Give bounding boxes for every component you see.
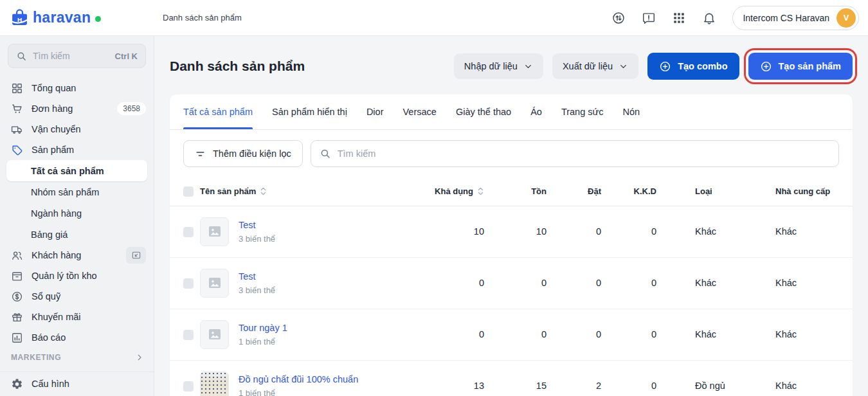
cell-committed: 0 <box>547 257 601 309</box>
tab-ao[interactable]: Áo <box>530 94 542 129</box>
tab-versace[interactable]: Versace <box>402 94 436 129</box>
cell-committed: 0 <box>547 309 601 360</box>
tab-label: Versace <box>402 107 436 117</box>
sidebar-section-marketing[interactable]: MARKETING <box>0 348 154 367</box>
promotion-icon <box>11 311 23 323</box>
export-data-button[interactable]: Xuất dữ liệu <box>552 53 638 79</box>
sidebar-item-settings[interactable]: Cấu hình <box>0 376 154 396</box>
select-all-checkbox[interactable] <box>183 186 194 197</box>
sidebar-item-label: Khách hàng <box>32 250 81 260</box>
status-dot <box>95 16 101 22</box>
popout-button[interactable] <box>126 247 146 264</box>
customers-icon <box>11 249 23 262</box>
logo-text: haravan <box>33 9 91 26</box>
sidebar-item-overview[interactable]: Tổng quan <box>0 78 154 98</box>
sort-icon <box>477 186 484 196</box>
sidebar-item-cash-book[interactable]: Sổ quỹ <box>0 286 154 307</box>
topbar-sync-button[interactable] <box>611 11 626 25</box>
tab-dior[interactable]: Dior <box>366 94 384 129</box>
table-header-row: Tên sản phẩmKhả dụngTồnĐặtK.K.DLoạiNhà c… <box>170 177 853 206</box>
cell-vendor: Khác <box>737 309 853 360</box>
create-product-label: Tạo sản phẩm <box>779 61 842 71</box>
product-link[interactable]: Tour ngày 1 <box>239 323 287 333</box>
popout-icon <box>131 250 141 260</box>
product-variants: 1 biến thể <box>239 337 287 346</box>
sidebar-item-label: Đơn hàng <box>32 104 73 114</box>
product-info: Tour ngày 11 biến thể <box>200 320 413 349</box>
sidebar-item-promotions[interactable]: Khuyến mãi <box>0 307 154 327</box>
sidebar-subitem-price-list[interactable]: Bảng giá <box>6 224 147 245</box>
sidebar-divider <box>0 372 154 372</box>
sidebar-item-customers[interactable]: Khách hàng <box>0 245 154 266</box>
product-text: Tour ngày 11 biến thể <box>239 323 287 346</box>
add-filter-button[interactable]: Thêm điều kiện lọc <box>183 140 303 167</box>
cell-available: 0 <box>413 257 484 309</box>
sidebar-item-shipping[interactable]: Vận chuyển <box>0 119 154 140</box>
product-cell: Tour ngày 11 biến thể <box>200 309 413 360</box>
sidebar-item-label: Sổ quỹ <box>32 291 60 302</box>
cell-type: Khác <box>656 257 737 309</box>
column-header-wrap[interactable]: Tên sản phẩm <box>200 186 267 196</box>
column-header-label: Nhà cung cấp <box>775 186 830 196</box>
product-info: Đồ ngủ chất đũi 100% chuẩn1 biến thể <box>200 372 413 396</box>
product-search[interactable] <box>311 140 839 167</box>
sidebar-item-orders[interactable]: Đơn hàng3658 <box>0 98 154 119</box>
topbar-apps-button[interactable] <box>672 11 686 25</box>
cash-icon <box>11 291 23 303</box>
tab-san-pham-hien-thi[interactable]: Sản phẩm hiển thị <box>272 94 347 129</box>
account-menu[interactable]: Intercom CS Haravan V <box>732 6 859 30</box>
cell-on-hand: 0 <box>484 257 547 309</box>
row-checkbox[interactable] <box>183 330 194 340</box>
export-data-label: Xuất dữ liệu <box>563 61 613 71</box>
row-checkbox-cell <box>170 360 200 396</box>
column-header-label: K.K.D <box>634 186 656 196</box>
product-table: Tên sản phẩmKhả dụngTồnĐặtK.K.DLoạiNhà c… <box>170 177 853 396</box>
cell-type: Đồ ngủ <box>656 360 737 396</box>
image-placeholder-icon <box>207 327 222 342</box>
import-data-button[interactable]: Nhập dữ liệu <box>454 53 543 79</box>
tab-label: Sản phẩm hiển thị <box>272 107 347 117</box>
product-link[interactable]: Đồ ngủ chất đũi 100% chuẩn <box>239 374 358 384</box>
tab-trang-suc[interactable]: Trang sức <box>561 94 604 129</box>
sidebar-item-label: Khuyến mãi <box>32 312 81 322</box>
tab-label: Áo <box>530 107 542 117</box>
sidebar-subitem-product-groups[interactable]: Nhóm sản phẩm <box>6 181 147 203</box>
product-link[interactable]: Test <box>239 220 275 230</box>
topbar-feedback-button[interactable] <box>642 11 656 25</box>
row-checkbox-cell <box>170 206 200 257</box>
tab-tat-ca-san-pham[interactable]: Tất cả sản phẩm <box>183 94 253 129</box>
haravan-logo[interactable]: H haravan <box>8 6 101 30</box>
sidebar-search-input[interactable] <box>33 51 109 61</box>
sidebar-item-inventory[interactable]: Quản lý tồn kho <box>0 266 154 286</box>
sidebar-item-products[interactable]: Sản phẩm <box>0 140 154 160</box>
row-checkbox[interactable] <box>183 227 194 237</box>
plus-circle-icon <box>760 60 772 73</box>
tab-label: Giày thể thao <box>456 107 511 117</box>
row-checkbox[interactable] <box>183 381 194 392</box>
product-search-input[interactable] <box>338 148 830 159</box>
sidebar-subitem-categories[interactable]: Ngành hàng <box>6 203 147 224</box>
sidebar-item-reports[interactable]: Báo cáo <box>0 327 154 348</box>
product-text: Đồ ngủ chất đũi 100% chuẩn1 biến thể <box>239 374 358 396</box>
product-cell: Đồ ngủ chất đũi 100% chuẩn1 biến thể <box>200 360 413 396</box>
product-link[interactable]: Test <box>239 271 275 282</box>
column-header-wrap: Nhà cung cấp <box>775 186 830 196</box>
row-checkbox[interactable] <box>183 278 194 289</box>
sidebar-subitem-all-products[interactable]: Tất cả sản phẩm <box>6 160 147 181</box>
topbar-page-label: Danh sách sản phẩm <box>163 13 242 22</box>
tab-giay-the-thao[interactable]: Giày thể thao <box>456 94 511 129</box>
cell-committed: 2 <box>547 360 601 396</box>
sidebar-item-label: Quản lý tồn kho <box>32 271 97 281</box>
column-header-wrap: Loại <box>695 186 712 196</box>
create-product-button[interactable]: Tạo sản phẩm <box>748 53 853 80</box>
column-header-label: Loại <box>695 186 712 196</box>
search-icon <box>16 51 27 62</box>
topbar-bell-button[interactable] <box>702 11 716 25</box>
cell-unavailable: 0 <box>601 360 656 396</box>
row-checkbox-cell <box>170 257 200 309</box>
create-combo-button[interactable]: Tạo combo <box>647 53 739 80</box>
add-filter-label: Thêm điều kiện lọc <box>213 148 291 159</box>
column-header-wrap[interactable]: Khả dụng <box>435 186 484 196</box>
tab-non[interactable]: Nón <box>622 94 640 129</box>
sidebar-search[interactable]: Ctrl K <box>8 44 146 68</box>
